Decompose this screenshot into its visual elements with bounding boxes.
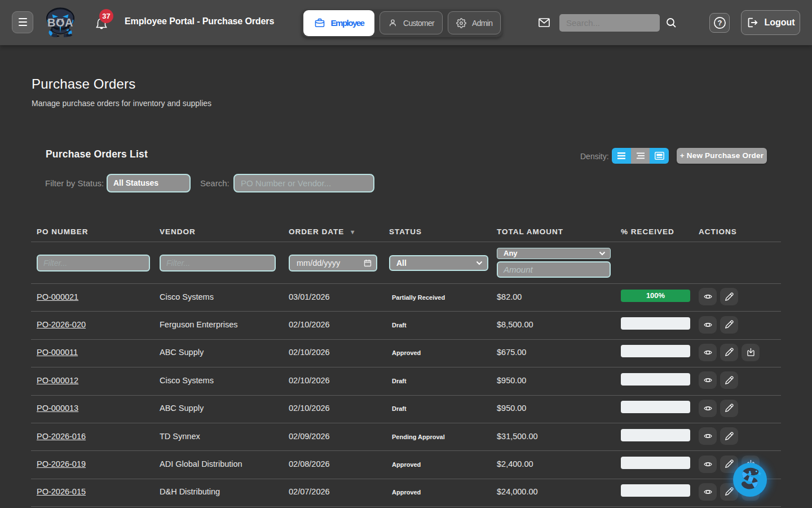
svg-text:?: ?: [717, 19, 722, 27]
svg-text:BOA: BOA: [47, 16, 73, 29]
